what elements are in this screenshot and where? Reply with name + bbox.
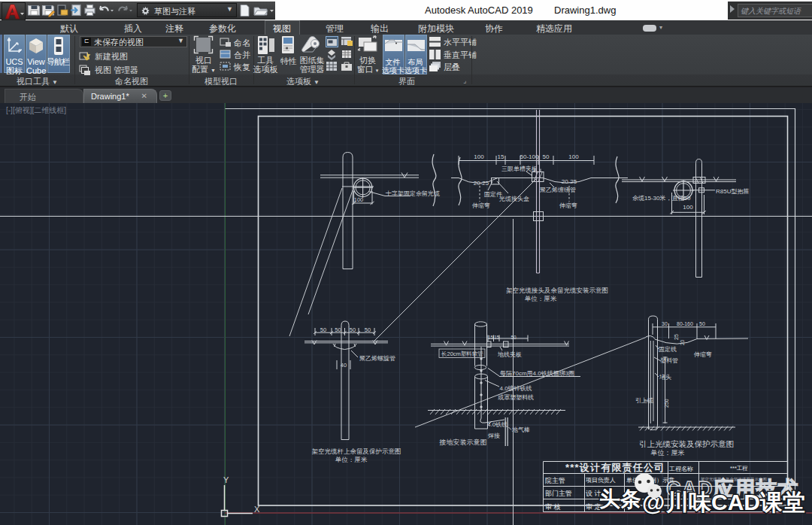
svg-text:15: 15 [488, 335, 494, 340]
svg-text:十字架固定余留光缆: 十字架固定余留光缆 [385, 190, 440, 197]
svg-text:50: 50 [350, 326, 356, 333]
svg-text:20-25: 20-25 [474, 180, 489, 187]
svg-text:50: 50 [511, 335, 517, 340]
svg-text:100: 100 [568, 153, 579, 160]
svg-text:堵头: 堵头 [659, 374, 671, 381]
svg-text:100: 100 [354, 196, 364, 203]
svg-text:塑料管: 塑料管 [660, 357, 678, 364]
svg-text:伸缩弯: 伸缩弯 [559, 202, 577, 209]
svg-text:50-100: 50-100 [520, 153, 539, 160]
svg-text:伸缩弯: 伸缩弯 [471, 202, 490, 209]
svg-text:每隔70cm用4.0铁线捆绑3圈: 每隔70cm用4.0铁线捆绑3圈 [500, 370, 574, 377]
svg-text:***工程: ***工程 [730, 465, 748, 472]
svg-text:Y: Y [223, 475, 229, 484]
svg-text:单位：厘米: 单位：厘米 [651, 449, 685, 457]
svg-text:20: 20 [680, 339, 685, 345]
svg-text:聚乙烯缠绕管: 聚乙烯缠绕管 [540, 187, 576, 193]
svg-text:单位：厘米: 单位：厘米 [335, 456, 368, 463]
svg-text:40: 40 [341, 362, 347, 369]
svg-text:50: 50 [543, 153, 550, 160]
svg-text:50: 50 [699, 321, 705, 326]
svg-text:三眼单槽夹板: 三眼单槽夹板 [501, 165, 538, 172]
svg-text:项目负责人: 项目负责人 [586, 477, 616, 484]
svg-text:架空光缆接头及余留光缆安装示意图: 架空光缆接头及余留光缆安装示意图 [506, 287, 608, 294]
svg-text:引上缆: 引上缆 [635, 397, 653, 404]
svg-text:长20cm塑料软管: 长20cm塑料软管 [441, 351, 483, 357]
svg-text:地气棒: 地气棒 [511, 426, 530, 433]
svg-text:接地安装示意图: 接地安装示意图 [439, 439, 487, 446]
svg-text:引上光缆安装及保护示意图: 引上光缆安装及保护示意图 [639, 439, 734, 448]
svg-text:X: X [254, 505, 260, 514]
svg-text:***设计有限责任公司: ***设计有限责任公司 [565, 462, 665, 473]
svg-text:50: 50 [320, 326, 326, 333]
svg-text:聚乙烯螺旋管: 聚乙烯螺旋管 [359, 355, 395, 362]
svg-text:头条: 头条 [599, 487, 641, 511]
svg-text:光缆接头盒: 光缆接头盒 [499, 196, 529, 202]
svg-text:4.0镀锌铁线: 4.0镀锌铁线 [500, 385, 532, 392]
svg-text:审 核: 审 核 [545, 503, 561, 511]
svg-text:院主管: 院主管 [545, 477, 565, 484]
svg-text:25: 25 [674, 334, 679, 340]
svg-text:15: 15 [498, 153, 504, 160]
svg-text:固定线: 固定线 [659, 346, 677, 353]
svg-text:架空光缆杆上余留及保护示意图: 架空光缆杆上余留及保护示意图 [312, 448, 401, 455]
svg-text:100: 100 [474, 153, 484, 160]
svg-text:20-25: 20-25 [562, 178, 577, 185]
svg-text:余缆15-30米，直径50: 余缆15-30米，直径50 [632, 195, 691, 202]
svg-text:250: 250 [664, 399, 669, 408]
svg-text:15: 15 [494, 335, 500, 340]
svg-text:工程名称: 工程名称 [669, 466, 693, 472]
svg-text:单位：厘米: 单位：厘米 [525, 295, 557, 302]
svg-text:50: 50 [365, 326, 371, 333]
svg-text:焊接: 焊接 [487, 432, 500, 439]
svg-text:4.0铁线: 4.0铁线 [487, 421, 508, 428]
svg-text:部门主管: 部门主管 [545, 490, 572, 497]
svg-text:50: 50 [335, 326, 341, 333]
svg-text:R85U型抱箍: R85U型抱箍 [716, 188, 749, 195]
svg-text:或罩塑塑料线: 或罩塑塑料线 [498, 394, 534, 401]
svg-text:100: 100 [683, 204, 693, 211]
svg-text:伸缩弯: 伸缩弯 [693, 351, 712, 358]
svg-text:30: 30 [662, 321, 668, 326]
svg-text:地线夹板: 地线夹板 [497, 351, 522, 358]
svg-text:川味CAD课堂: 川味CAD课堂 [665, 490, 805, 514]
svg-text:80-160: 80-160 [677, 321, 693, 326]
